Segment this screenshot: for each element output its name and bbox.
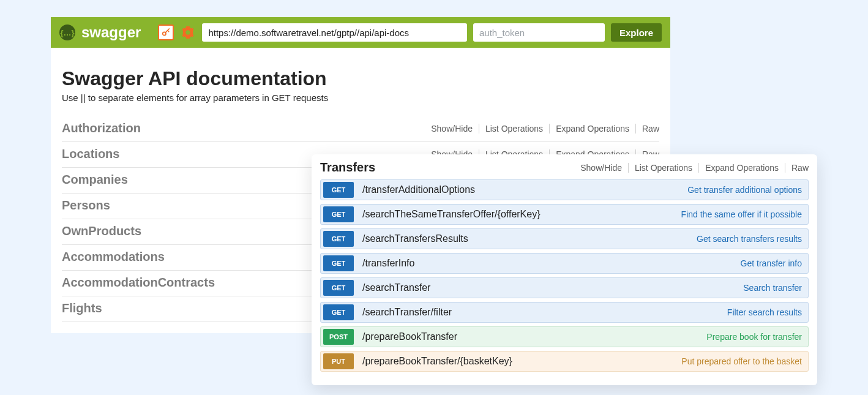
transfers-show-hide[interactable]: Show/Hide xyxy=(574,163,629,173)
operation-row[interactable]: PUT/prepareBookTransfer/{basketKey}Put p… xyxy=(320,351,809,372)
resource-name[interactable]: Authorization xyxy=(62,121,141,135)
operation-path[interactable]: /prepareBookTransfer xyxy=(362,331,698,342)
settings-icon[interactable] xyxy=(180,24,196,40)
method-badge[interactable]: POST xyxy=(323,329,354,345)
method-badge[interactable]: GET xyxy=(323,182,354,198)
operation-path[interactable]: /searchTransfer xyxy=(362,282,735,293)
operation-description: Prepare book for transfer xyxy=(706,332,802,342)
operation-description: Search transfer xyxy=(743,283,802,293)
operation-description: Get transfer info xyxy=(741,258,802,268)
operation-row[interactable]: GET/searchTheSameTransferOffer/{offerKey… xyxy=(320,204,809,225)
method-badge[interactable]: GET xyxy=(323,280,354,296)
resource-row: AuthorizationShow/HideList OperationsExp… xyxy=(62,116,659,142)
transfers-ops-list: GET/transferAdditionalOptionsGet transfe… xyxy=(320,179,809,372)
transfers-header: Transfers Show/Hide List Operations Expa… xyxy=(320,160,809,175)
swagger-logo-icon: {…} xyxy=(59,24,75,40)
operation-row[interactable]: GET/searchTransferSearch transfer xyxy=(320,277,809,298)
operation-row[interactable]: GET/transferAdditionalOptionsGet transfe… xyxy=(320,179,809,200)
method-badge[interactable]: GET xyxy=(323,206,354,222)
method-badge[interactable]: GET xyxy=(323,255,354,271)
explore-button[interactable]: Explore xyxy=(611,23,662,42)
transfers-panel: Transfers Show/Hide List Operations Expa… xyxy=(312,154,817,385)
operation-row[interactable]: GET/searchTransfersResultsGet search tra… xyxy=(320,228,809,249)
transfers-list-ops[interactable]: List Operations xyxy=(629,163,699,173)
brand-name: swagger xyxy=(81,24,141,41)
transfers-actions: Show/Hide List Operations Expand Operati… xyxy=(574,163,809,173)
page-title: Swagger API documentation xyxy=(62,67,659,90)
resource-name[interactable]: Companies xyxy=(62,173,128,187)
resource-name[interactable]: Persons xyxy=(62,198,110,213)
method-badge[interactable]: GET xyxy=(323,231,354,247)
method-badge[interactable]: GET xyxy=(323,304,354,320)
operation-path[interactable]: /prepareBookTransfer/{basketKey} xyxy=(362,356,673,367)
resource-action-raw[interactable]: Raw xyxy=(636,124,659,134)
operation-path[interactable]: /transferAdditionalOptions xyxy=(362,184,679,195)
transfers-expand-ops[interactable]: Expand Operations xyxy=(699,163,785,173)
resource-action-list-ops[interactable]: List Operations xyxy=(479,124,550,134)
resource-actions: Show/HideList OperationsExpand Operation… xyxy=(425,124,659,134)
operation-description: Find the same offer if it possible xyxy=(681,209,802,219)
operation-path[interactable]: /searchTransfer/filter xyxy=(362,307,719,318)
auth-token-input[interactable] xyxy=(473,23,605,42)
resource-action-expand-ops[interactable]: Expand Operations xyxy=(550,124,636,134)
transfers-raw[interactable]: Raw xyxy=(785,163,809,173)
operation-row[interactable]: GET/transferInfoGet transfer info xyxy=(320,253,809,274)
operation-row[interactable]: POST/prepareBookTransferPrepare book for… xyxy=(320,326,809,347)
resource-name[interactable]: Flights xyxy=(62,301,102,315)
api-url-input[interactable] xyxy=(202,23,467,42)
resource-name[interactable]: OwnProducts xyxy=(62,224,141,238)
resource-action-show-hide[interactable]: Show/Hide xyxy=(425,124,479,134)
resource-name[interactable]: Locations xyxy=(62,147,119,161)
operation-description: Filter search results xyxy=(727,307,802,317)
resource-name[interactable]: AccommodationContracts xyxy=(62,276,215,290)
key-icon[interactable] xyxy=(158,24,174,40)
transfers-title[interactable]: Transfers xyxy=(320,160,375,175)
operation-description: Get transfer additional options xyxy=(687,185,802,195)
operation-path[interactable]: /searchTheSameTransferOffer/{offerKey} xyxy=(362,209,673,220)
operation-description: Put prepared offer to the basket xyxy=(681,356,802,366)
operation-path[interactable]: /searchTransfersResults xyxy=(362,233,688,244)
operation-description: Get search transfers results xyxy=(697,234,802,244)
page-subtitle: Use || to separate elements for array pa… xyxy=(62,92,659,103)
resource-name[interactable]: Accommodations xyxy=(62,250,165,264)
operation-row[interactable]: GET/searchTransfer/filterFilter search r… xyxy=(320,302,809,323)
header-bar: {…} swagger Explore xyxy=(51,17,670,48)
operation-path[interactable]: /transferInfo xyxy=(362,258,732,269)
method-badge[interactable]: PUT xyxy=(323,353,354,369)
